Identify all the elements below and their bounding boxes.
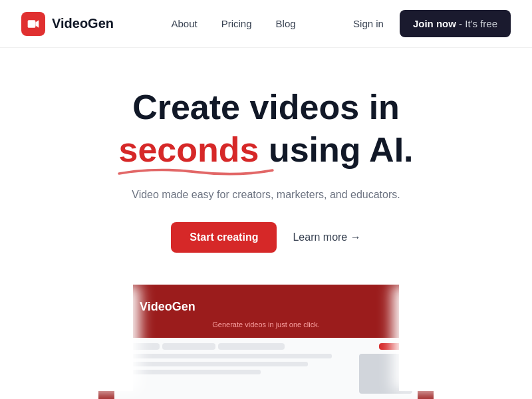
videogen-logo-svg bbox=[27, 17, 40, 31]
preview-card-header: VideoGen bbox=[114, 298, 418, 317]
hero-title-line2: seconds using AI. bbox=[118, 130, 413, 170]
navbar: VideoGen About Pricing Blog Sign in Join… bbox=[0, 0, 532, 48]
nav-link-blog[interactable]: Blog bbox=[276, 18, 296, 29]
learn-more-link[interactable]: Learn more → bbox=[293, 231, 360, 243]
preview-container: VideoGen Generate videos in just one cli… bbox=[0, 285, 532, 399]
inner-content bbox=[120, 354, 412, 394]
join-now-button[interactable]: Join now - It's free bbox=[400, 10, 511, 37]
inner-pill-2 bbox=[162, 343, 215, 350]
inner-pill-3 bbox=[218, 343, 285, 350]
hero-title-rest: using AI. bbox=[269, 130, 414, 169]
preview-fade-right bbox=[399, 285, 532, 391]
preview-tagline: Generate videos in just one click. bbox=[114, 321, 418, 329]
sign-in-link[interactable]: Sign in bbox=[353, 18, 384, 29]
preview-logo-text: VideoGen bbox=[140, 300, 196, 314]
inner-app-bar bbox=[120, 343, 412, 350]
inner-text-block bbox=[120, 354, 355, 394]
logo-text: VideoGen bbox=[52, 16, 114, 31]
nav-link-about[interactable]: About bbox=[171, 18, 197, 29]
preview-fade-left bbox=[0, 285, 133, 391]
nav-right: Sign in Join now - It's free bbox=[353, 10, 511, 37]
hero-section: Create videos in seconds using AI. Video… bbox=[0, 48, 532, 399]
inner-line-2 bbox=[120, 362, 308, 366]
logo-icon bbox=[21, 12, 45, 36]
inner-app-mock bbox=[114, 338, 418, 399]
start-creating-button[interactable]: Start creating bbox=[171, 222, 277, 253]
hero-title-highlight: seconds bbox=[118, 130, 259, 170]
hero-title-line1: Create videos in bbox=[132, 88, 400, 128]
svg-rect-0 bbox=[28, 20, 36, 28]
preview-card: VideoGen Generate videos in just one cli… bbox=[98, 285, 434, 399]
inner-line-3 bbox=[120, 370, 261, 374]
nav-link-pricing[interactable]: Pricing bbox=[221, 18, 252, 29]
hero-subtitle: Video made easy for creators, marketers,… bbox=[132, 189, 400, 201]
logo[interactable]: VideoGen bbox=[21, 12, 114, 36]
inner-line-1 bbox=[120, 354, 332, 358]
hero-buttons: Start creating Learn more → bbox=[171, 222, 360, 253]
nav-links: About Pricing Blog bbox=[171, 18, 295, 29]
